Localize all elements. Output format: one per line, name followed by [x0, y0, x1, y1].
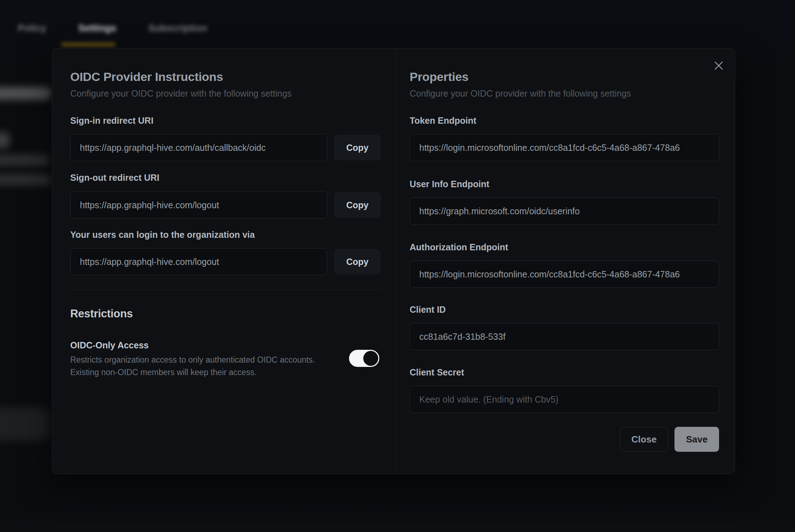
tab-subscription[interactable]: Subscription [148, 23, 207, 34]
restrictions-divider [70, 290, 381, 290]
instructions-subtitle: Configure your OIDC provider with the fo… [70, 88, 292, 99]
client-id-label: Client ID [410, 305, 446, 315]
user-info-endpoint-label: User Info Endpoint [410, 179, 489, 189]
user-info-endpoint-input[interactable] [410, 198, 719, 225]
token-endpoint-label: Token Endpoint [410, 116, 476, 126]
description-line-2: Existing non-OIDC members will keep thei… [70, 366, 315, 379]
blurred-button-fragment [0, 408, 50, 440]
active-tab-indicator [61, 43, 116, 46]
blurred-text-fragment [0, 174, 52, 185]
authorization-endpoint-input[interactable] [410, 261, 719, 288]
client-secret-label: Client Secret [410, 367, 464, 378]
column-divider [396, 48, 396, 474]
login-via-label: Your users can login to the organization… [70, 230, 255, 240]
background-tab-bar: Policy Settings Subscription [18, 23, 207, 34]
client-secret-input[interactable] [410, 386, 719, 413]
toggle-thumb [363, 351, 378, 366]
sign-in-redirect-uri-label: Sign-in redirect URI [70, 116, 153, 126]
tab-policy[interactable]: Policy [18, 23, 46, 34]
copy-login-via-button[interactable]: Copy [334, 249, 381, 275]
page-background: Policy Settings Subscription OIDC Provid… [0, 0, 795, 532]
modal-close-button[interactable] [712, 58, 726, 73]
copy-sign-in-uri-button[interactable]: Copy [334, 135, 381, 160]
oidc-only-access-toggle[interactable] [349, 350, 379, 367]
properties-title: Properties [410, 70, 468, 84]
tab-settings[interactable]: Settings [78, 23, 117, 34]
copy-sign-out-uri-button[interactable]: Copy [334, 192, 381, 218]
login-via-input[interactable] [70, 248, 327, 275]
oidc-settings-modal: OIDC Provider Instructions Configure you… [52, 48, 735, 474]
oidc-only-access-label: OIDC-Only Access [70, 340, 149, 351]
blurred-text-fragment [0, 87, 52, 99]
save-button[interactable]: Save [675, 427, 719, 452]
blurred-avatar-fragment [0, 132, 10, 148]
sign-out-redirect-uri-input[interactable] [70, 191, 327, 219]
close-button[interactable]: Close [620, 427, 668, 452]
close-icon [714, 61, 723, 70]
instructions-title: OIDC Provider Instructions [70, 70, 223, 84]
client-id-input[interactable] [410, 323, 719, 350]
description-line-1: Restricts organization access to only au… [70, 354, 315, 366]
properties-subtitle: Configure your OIDC provider with the fo… [410, 88, 631, 99]
authorization-endpoint-label: Authorization Endpoint [410, 242, 508, 252]
token-endpoint-input[interactable] [410, 134, 719, 161]
oidc-only-access-description: Restricts organization access to only au… [70, 354, 315, 379]
sign-out-redirect-uri-label: Sign-out redirect URI [70, 173, 159, 183]
sign-in-redirect-uri-input[interactable] [70, 134, 327, 161]
blurred-text-fragment [0, 155, 50, 165]
restrictions-title: Restrictions [70, 307, 133, 320]
